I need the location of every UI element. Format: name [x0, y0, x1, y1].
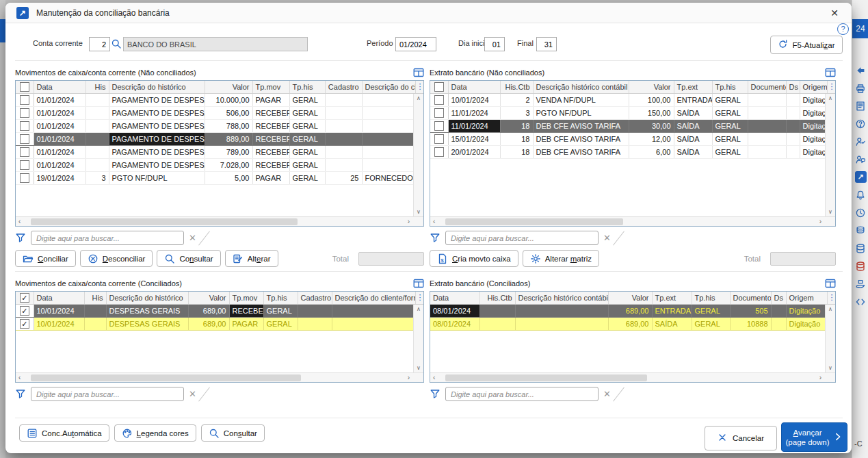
cell[interactable]: GERAL [712, 93, 748, 106]
row-checkbox[interactable] [16, 145, 34, 158]
cell[interactable] [479, 304, 515, 317]
cell[interactable]: 15/01/2024 [448, 132, 500, 145]
cell[interactable] [515, 317, 608, 330]
cell[interactable] [325, 145, 362, 158]
consultar-button[interactable]: Consultar [157, 250, 220, 267]
cell[interactable]: DEB CFE AVISO TARIFA [533, 145, 629, 158]
coins-icon[interactable] [855, 225, 867, 236]
cell[interactable] [84, 304, 106, 317]
table-row[interactable]: 08/01/2024689,00SAÍDAGERAL10888Digitação [430, 317, 836, 330]
filter-icon[interactable] [430, 388, 440, 400]
cell[interactable]: SAÍDA [674, 145, 712, 158]
horizontal-scrollbar[interactable]: ‹› [16, 216, 423, 226]
column-header[interactable]: Data [34, 292, 84, 304]
row-checkbox[interactable]: ✓ [16, 317, 34, 330]
search-input[interactable] [31, 231, 184, 245]
table-config-icon[interactable] [825, 67, 836, 78]
cell[interactable]: 6,00 [629, 145, 674, 158]
alterar-button[interactable]: Alterar [225, 250, 278, 267]
cell[interactable]: 3 [500, 106, 533, 119]
column-header[interactable]: Tp.his [263, 292, 298, 304]
cell[interactable] [325, 119, 362, 132]
cell[interactable]: Digitaç [800, 145, 827, 158]
user-chat-icon[interactable] [855, 153, 867, 165]
search-input[interactable] [445, 387, 599, 401]
table-config-icon[interactable] [825, 278, 836, 289]
row-checkbox[interactable] [16, 93, 34, 106]
cell[interactable]: 01/01/2024 [34, 93, 86, 106]
cell[interactable]: GERAL [289, 171, 325, 184]
clear-icon[interactable]: ✕ [603, 233, 611, 243]
cell[interactable]: 08/01/2024 [430, 317, 479, 330]
column-menu-icon[interactable]: ⋮ [415, 292, 424, 304]
cell[interactable]: 12,00 [629, 132, 674, 145]
cell[interactable]: ENTRADA [652, 304, 692, 317]
table-row[interactable]: 15/01/202418DEB CFE AVISO TARIFA12,00SAÍ… [430, 132, 836, 145]
final-input[interactable] [536, 37, 557, 51]
periodo-input[interactable] [395, 37, 436, 51]
cell[interactable] [298, 304, 332, 317]
column-header[interactable]: Valor [188, 292, 229, 304]
column-header[interactable]: Valor [205, 81, 252, 93]
cell[interactable]: 100,00 [629, 93, 674, 106]
close-icon[interactable]: ✕ [824, 8, 845, 18]
filter-icon[interactable] [15, 232, 26, 244]
cell[interactable] [479, 317, 515, 330]
table-row[interactable]: 11/01/202418DEB CFE AVISO TARIFA30,00SAÍ… [430, 119, 836, 132]
search-input[interactable] [31, 387, 184, 401]
search-icon[interactable] [111, 38, 122, 51]
cell[interactable] [362, 93, 415, 106]
cell[interactable]: Digitação [786, 317, 827, 330]
cell[interactable]: SAÍDA [674, 106, 712, 119]
cell[interactable]: 01/01/2024 [34, 132, 86, 145]
column-header[interactable]: Descrição do histórico [106, 292, 188, 304]
table-row[interactable]: 19/01/20243PGTO NF/DUPL5,00PAGARGERAL25F… [16, 171, 424, 184]
cell[interactable]: 01/01/2024 [34, 158, 86, 171]
column-header[interactable]: Descrição do cliente/forn [332, 292, 415, 304]
column-header[interactable]: Tp.his [289, 81, 325, 93]
column-header[interactable]: Tp.his [712, 81, 748, 93]
scrollbar-thumb[interactable] [445, 374, 647, 381]
cell[interactable]: PAGAR [252, 93, 289, 106]
column-header[interactable]: Tp.ext [652, 292, 692, 304]
cell[interactable]: PAGAR [229, 317, 263, 330]
vertical-scrollbar[interactable]: ∧∨ [413, 94, 423, 216]
column-header[interactable]: His [84, 292, 106, 304]
cell[interactable] [362, 145, 415, 158]
cancel-button[interactable]: Cancelar [705, 426, 777, 450]
cell[interactable]: RECEBER [252, 158, 289, 171]
cell[interactable]: 10/01/2024 [34, 317, 84, 330]
table-row[interactable]: 11/01/20243PGTO NF/DUPL150,00SAÍDAGERALD… [430, 106, 836, 119]
database-icon[interactable] [855, 242, 867, 254]
cell[interactable] [325, 132, 362, 145]
cell[interactable]: GERAL [712, 106, 748, 119]
cell[interactable] [771, 304, 786, 317]
cell[interactable]: 30,00 [629, 119, 674, 132]
cell[interactable] [86, 119, 109, 132]
cell[interactable]: 11/01/2024 [448, 119, 500, 132]
conta-corrente-input[interactable] [89, 37, 110, 51]
cell[interactable]: DEB CFE AVISO TARIFA [533, 119, 629, 132]
database-red-icon[interactable] [855, 260, 867, 272]
column-header[interactable]: Descrição do clie [362, 81, 415, 93]
table-config-icon[interactable] [413, 67, 424, 78]
cell[interactable]: GERAL [712, 119, 748, 132]
vertical-scrollbar[interactable]: ∧∨ [413, 305, 423, 372]
cell[interactable]: RECEBER [229, 304, 263, 317]
column-header[interactable]: Data [34, 81, 86, 93]
cell[interactable]: GERAL [712, 132, 748, 145]
cell[interactable]: 788,00 [205, 119, 252, 132]
cell[interactable] [786, 119, 800, 132]
cell[interactable]: GERAL [712, 145, 748, 158]
row-checkbox[interactable] [430, 132, 448, 145]
column-header[interactable]: Data [448, 81, 500, 93]
cell[interactable] [86, 158, 109, 171]
column-header[interactable]: Ds [771, 292, 786, 304]
cria-movto-caixa-button[interactable]: $Cria movto caixa [430, 250, 518, 267]
cell[interactable]: SAÍDA [652, 317, 692, 330]
select-all-checkbox[interactable]: ✓ [16, 292, 34, 304]
table-row[interactable]: 20/01/202418DEB CFE AVISO TARIFA6,00SAÍD… [430, 145, 836, 158]
horizontal-scrollbar[interactable]: ‹› [16, 372, 423, 382]
cell[interactable]: PGTO NF/DUPL [533, 106, 629, 119]
cell[interactable]: ENTRADA [674, 93, 712, 106]
